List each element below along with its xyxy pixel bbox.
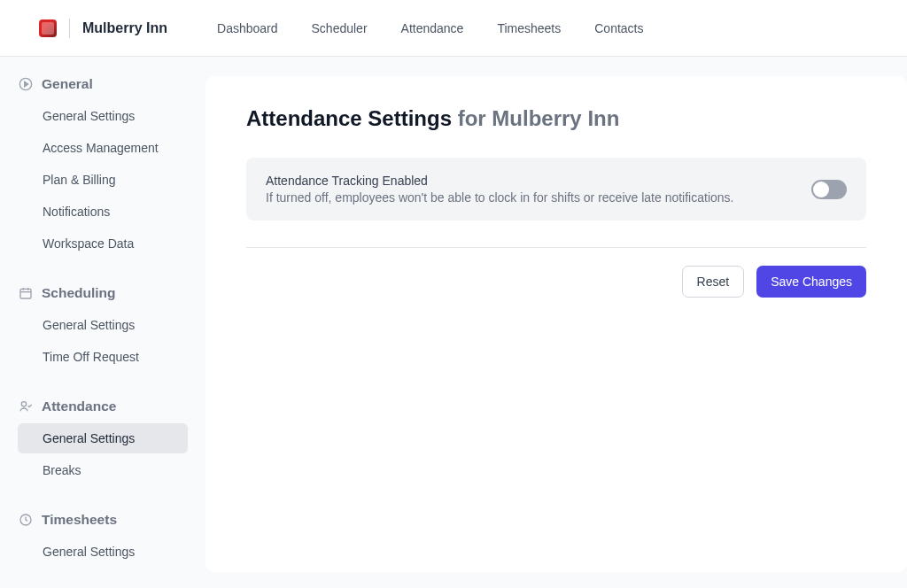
sidebar-section-attendance: Attendance General Settings Breaks — [18, 398, 188, 485]
brand-name: Mulberry Inn — [82, 20, 167, 36]
reset-button[interactable]: Reset — [682, 266, 745, 298]
brand-divider — [69, 19, 70, 38]
brand-logo-icon — [39, 19, 57, 37]
layout: General General Settings Access Manageme… — [0, 57, 907, 588]
page-title-prefix: Attendance Settings — [246, 106, 452, 130]
sidebar-header-label: Attendance — [42, 398, 116, 414]
sidebar-item-access-management[interactable]: Access Management — [18, 133, 188, 163]
nav-scheduler[interactable]: Scheduler — [312, 21, 368, 35]
nav-timesheets[interactable]: Timesheets — [497, 21, 561, 35]
settings-card: Attendance Settings for Mulberry Inn Att… — [205, 76, 907, 572]
sidebar-item-breaks[interactable]: Breaks — [18, 455, 188, 485]
toggle-knob — [813, 182, 829, 197]
actions: Reset Save Changes — [246, 266, 866, 298]
clock-icon — [18, 513, 33, 528]
play-circle-icon — [18, 77, 33, 92]
sidebar-header-timesheets: Timesheets — [18, 512, 188, 528]
sidebar-item-scheduling-general[interactable]: General Settings — [18, 310, 188, 340]
svg-point-6 — [21, 402, 26, 406]
sidebar-item-timesheets-general[interactable]: General Settings — [18, 537, 188, 567]
svg-marker-1 — [24, 81, 27, 86]
setting-text: Attendance Tracking Enabled If turned of… — [266, 174, 733, 205]
page-title: Attendance Settings for Mulberry Inn — [246, 106, 866, 131]
sidebar-item-attendance-general[interactable]: General Settings — [18, 423, 188, 453]
sidebar-section-general: General General Settings Access Manageme… — [18, 76, 188, 259]
nav-dashboard[interactable]: Dashboard — [217, 21, 278, 35]
sidebar-item-general-settings[interactable]: General Settings — [18, 101, 188, 131]
sidebar: General General Settings Access Manageme… — [0, 57, 205, 588]
sidebar-header-scheduling: Scheduling — [18, 285, 188, 301]
save-button[interactable]: Save Changes — [756, 266, 866, 298]
calendar-icon — [18, 286, 33, 301]
nav-contacts[interactable]: Contacts — [594, 21, 643, 35]
sidebar-section-scheduling: Scheduling General Settings Time Off Req… — [18, 285, 188, 372]
setting-desc: If turned off, employees won't be able t… — [266, 190, 733, 205]
sidebar-header-general: General — [18, 76, 188, 92]
sidebar-item-plan-billing[interactable]: Plan & Billing — [18, 165, 188, 195]
setting-attendance-tracking: Attendance Tracking Enabled If turned of… — [246, 158, 866, 220]
sidebar-header-attendance: Attendance — [18, 398, 188, 414]
main: Attendance Settings for Mulberry Inn Att… — [205, 57, 907, 588]
sidebar-header-label: Timesheets — [42, 512, 117, 528]
sidebar-item-time-off[interactable]: Time Off Request — [18, 342, 188, 372]
sidebar-header-label: Scheduling — [42, 285, 116, 301]
page-title-suffix: for Mulberry Inn — [458, 106, 620, 130]
person-check-icon — [18, 399, 33, 414]
topbar: Mulberry Inn Dashboard Scheduler Attenda… — [0, 0, 907, 57]
setting-label: Attendance Tracking Enabled — [266, 174, 733, 188]
top-nav: Dashboard Scheduler Attendance Timesheet… — [217, 21, 643, 35]
sidebar-item-workspace-data[interactable]: Workspace Data — [18, 228, 188, 259]
sidebar-section-timesheets: Timesheets General Settings — [18, 512, 188, 567]
nav-attendance[interactable]: Attendance — [401, 21, 464, 35]
divider — [246, 247, 866, 248]
sidebar-header-label: General — [42, 76, 93, 92]
svg-rect-2 — [20, 289, 31, 298]
sidebar-item-notifications[interactable]: Notifications — [18, 197, 188, 227]
attendance-tracking-toggle[interactable] — [811, 180, 847, 199]
brand: Mulberry Inn — [39, 19, 167, 38]
